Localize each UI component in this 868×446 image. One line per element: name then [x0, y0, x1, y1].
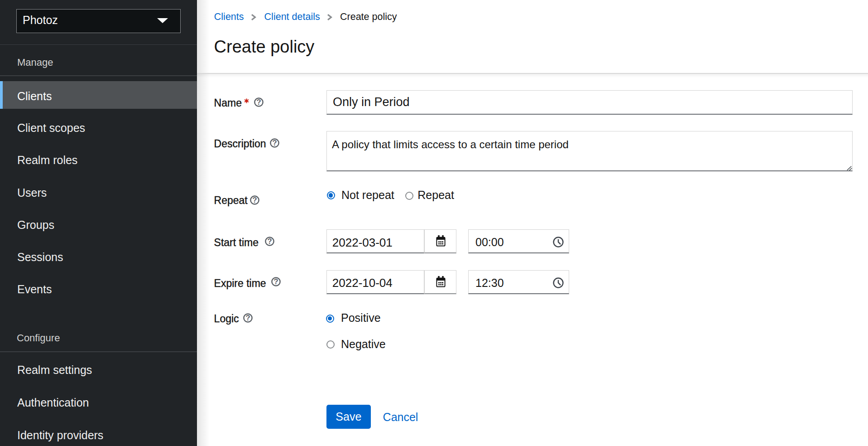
svg-text:?: ? [268, 237, 272, 245]
svg-text:?: ? [245, 314, 250, 322]
svg-text:?: ? [273, 277, 278, 286]
svg-text:?: ? [272, 139, 277, 147]
svg-text:?: ? [256, 98, 261, 106]
svg-text:?: ? [252, 196, 257, 204]
